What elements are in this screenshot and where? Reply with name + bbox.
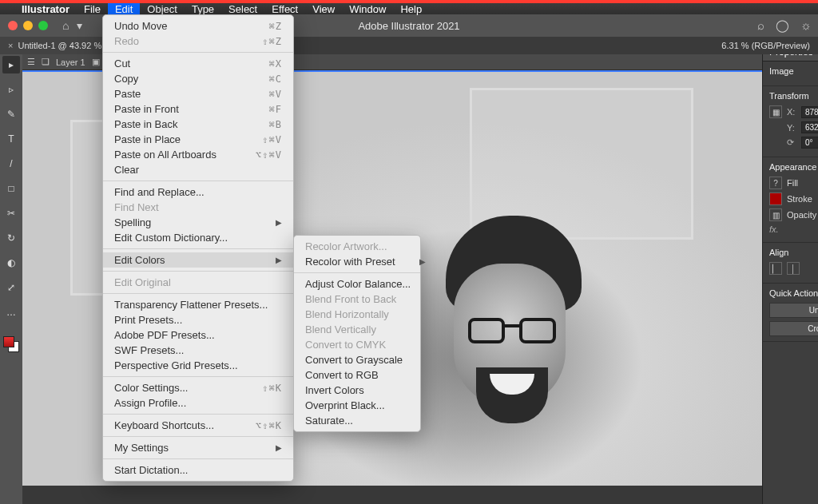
menu-shortcut: ⌘Z [269, 21, 282, 32]
close-tab-icon[interactable]: × [8, 41, 13, 50]
edit-menu-spelling[interactable]: Spelling▶ [103, 215, 293, 230]
tool-6[interactable]: ✂ [2, 204, 20, 222]
window-maximize-icon[interactable] [38, 21, 48, 30]
edit-colors-convert-to-grayscale[interactable]: Convert to Grayscale [294, 352, 420, 367]
edit-menu-clear[interactable]: Clear [103, 162, 293, 177]
menubar-item-window[interactable]: Window [342, 3, 393, 15]
edit-menu-color-settings[interactable]: Color Settings...⇧⌘K [103, 380, 293, 395]
tool-9[interactable]: ⤢ [2, 279, 20, 296]
edit-colors-saturate[interactable]: Saturate... [294, 413, 420, 428]
x-label: X: [787, 107, 796, 117]
menu-separator [103, 414, 293, 415]
menubar-item-help[interactable]: Help [393, 3, 429, 15]
layer-label[interactable]: Layer 1 [56, 58, 85, 67]
stroke-swatch-icon[interactable] [769, 192, 782, 205]
edit-menu-assign-profile[interactable]: Assign Profile... [103, 395, 293, 411]
tool-3[interactable]: T [2, 130, 20, 148]
menubar-item-effect[interactable]: Effect [264, 3, 305, 15]
window-close-icon[interactable] [8, 21, 18, 30]
menu-shortcut: ⌘F [269, 104, 282, 115]
menubar-item-object[interactable]: Object [140, 3, 185, 15]
nav-arrow-icon[interactable]: ▾ [77, 19, 82, 32]
mac-menubar: Illustrator FileEditObjectTypeSelectEffe… [0, 0, 818, 14]
menu-separator [103, 52, 293, 53]
menubar-item-edit[interactable]: Edit [108, 3, 140, 15]
edit-menu-paste-in-front[interactable]: Paste in Front⌘F [103, 101, 293, 117]
menubar-item-type[interactable]: Type [185, 3, 221, 15]
tool-0[interactable]: ▸ [2, 56, 20, 73]
edit-menu-perspective-grid-presets[interactable]: Perspective Grid Presets... [103, 358, 293, 373]
angle-input[interactable]: 0° [801, 137, 818, 149]
y-input[interactable]: 632. [801, 121, 818, 133]
menu-item-label: Invert Colors [305, 384, 364, 396]
edit-menu-edit-colors[interactable]: Edit Colors▶ [103, 252, 293, 268]
fill-swatch-icon[interactable]: ? [769, 177, 782, 189]
edit-colors-convert-to-cmyk: Convert to CMYK [294, 337, 420, 352]
align-center-icon[interactable]: │ [787, 262, 800, 275]
edit-menu-paste-in-place[interactable]: Paste in Place⇧⌘V [103, 132, 293, 147]
edit-colors-invert-colors[interactable]: Invert Colors [294, 383, 420, 398]
menu-item-label: Blend Horizontally [305, 308, 389, 320]
edit-menu-start-dictation[interactable]: Start Dictation... [103, 462, 293, 478]
crop-image-button[interactable]: Crop Imag [769, 321, 818, 336]
edit-menu-copy[interactable]: Copy⌘C [103, 71, 293, 86]
menu-item-label: Clear [114, 164, 139, 176]
edit-colors-adjust-color-balance[interactable]: Adjust Color Balance... [294, 276, 420, 292]
tool-4[interactable]: / [2, 155, 20, 173]
menu-item-label: Paste in Place [114, 133, 181, 145]
menubar-app-name[interactable]: Illustrator [14, 3, 77, 15]
tool-2[interactable]: ✎ [2, 105, 20, 123]
menubar-item-select[interactable]: Select [221, 3, 264, 15]
home-icon[interactable]: ⌂ [62, 19, 69, 32]
tool-1[interactable]: ▹ [2, 81, 20, 98]
tool-7[interactable]: ↻ [2, 229, 20, 247]
menu-separator [103, 436, 293, 437]
edit-menu-adobe-pdf-presets[interactable]: Adobe PDF Presets... [103, 327, 293, 343]
edit-colors-submenu: Recolor Artwork...Recolor with Preset▶Ad… [293, 235, 421, 432]
tool-10[interactable]: … [2, 304, 20, 321]
opacity-swatch-icon[interactable]: ▥ [769, 208, 782, 221]
window-minimize-icon[interactable] [23, 21, 33, 30]
edit-menu-my-settings[interactable]: My Settings▶ [103, 440, 293, 455]
menu-item-label: Convert to RGB [305, 369, 379, 381]
search-icon[interactable]: ⌕ [757, 18, 764, 33]
fx-label[interactable]: fx. [769, 224, 779, 234]
menubar-item-file[interactable]: File [77, 3, 108, 15]
edit-menu-paste-in-back[interactable]: Paste in Back⌘B [103, 117, 293, 132]
edit-menu-print-presets[interactable]: Print Presets... [103, 312, 293, 327]
menu-item-label: SWF Presets... [114, 344, 184, 356]
edit-menu-edit-custom-dictionary[interactable]: Edit Custom Dictionary... [103, 230, 293, 245]
menu-item-label: Perspective Grid Presets... [114, 359, 238, 371]
menu-item-label: Edit Colors [114, 254, 165, 266]
document-tab-secondary[interactable]: 6.31 % (RGB/Preview) [713, 37, 818, 54]
edit-menu-undo-move[interactable]: Undo Move⌘Z [103, 18, 293, 34]
color-swatch[interactable] [3, 336, 19, 352]
menu-item-label: Copy [114, 73, 138, 85]
edit-menu-swf-presets[interactable]: SWF Presets... [103, 343, 293, 358]
edit-menu-transparency-flattener-presets[interactable]: Transparency Flattener Presets... [103, 297, 293, 312]
eye-icon[interactable]: ☰ [27, 57, 35, 67]
menu-shortcut: ⌘C [269, 73, 282, 85]
edit-menu-cut[interactable]: Cut⌘X [103, 56, 293, 71]
x-input[interactable]: 878. [801, 106, 818, 118]
image-link-icon[interactable]: ▣ [92, 57, 100, 67]
edit-colors-recolor-with-preset[interactable]: Recolor with Preset▶ [294, 254, 420, 269]
menu-item-label: Paste in Back [114, 118, 178, 130]
edit-menu-keyboard-shortcuts[interactable]: Keyboard Shortcuts...⌥⇧⌘K [103, 418, 293, 433]
idea-icon[interactable]: ☼ [800, 18, 812, 33]
align-left-icon[interactable]: ▏ [769, 262, 782, 275]
edit-colors-overprint-black[interactable]: Overprint Black... [294, 398, 420, 413]
tool-5[interactable]: □ [2, 180, 20, 197]
reference-point-icon[interactable]: ▦ [769, 105, 782, 118]
align-header: Align [769, 248, 818, 257]
menu-item-label: Paste on All Artboards [114, 149, 216, 161]
layers-icon[interactable]: ❏ [42, 57, 50, 67]
unembed-button[interactable]: Unembed [769, 303, 818, 318]
edit-colors-convert-to-rgb[interactable]: Convert to RGB [294, 367, 420, 383]
edit-menu-find-and-replace[interactable]: Find and Replace... [103, 185, 293, 200]
user-icon[interactable]: ◯ [776, 18, 789, 33]
menubar-item-view[interactable]: View [305, 3, 342, 15]
edit-menu-paste[interactable]: Paste⌘V [103, 86, 293, 101]
tool-8[interactable]: ◐ [2, 254, 20, 272]
edit-menu-paste-on-all-artboards[interactable]: Paste on All Artboards⌥⇧⌘V [103, 147, 293, 162]
